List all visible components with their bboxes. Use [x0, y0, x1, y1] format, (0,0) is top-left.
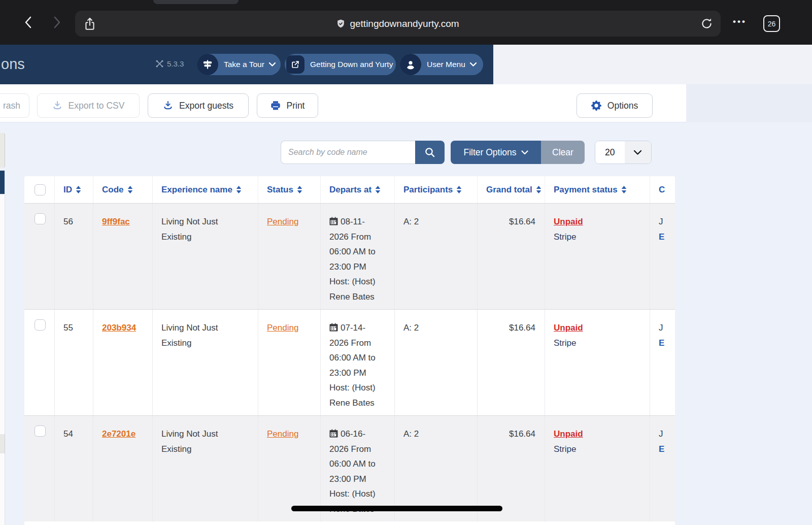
- row-checkbox[interactable]: [35, 425, 46, 437]
- sort-icon: [375, 186, 381, 193]
- url-bar[interactable]: gettingdownandyurty.com: [75, 11, 721, 37]
- payment-status-link[interactable]: Unpaid: [554, 217, 583, 226]
- payment-method: Stripe: [554, 338, 576, 348]
- clear-filters-button[interactable]: Clear: [541, 141, 585, 164]
- experience-cell: Living Not Just Existing: [152, 204, 258, 309]
- tab-count: 26: [768, 20, 776, 28]
- column-header[interactable]: Payment status: [545, 176, 650, 203]
- home-indicator[interactable]: [291, 506, 502, 511]
- options-button[interactable]: Options: [577, 93, 653, 118]
- privacy-shield-icon: [336, 19, 345, 29]
- clipped-sidebar-item-active[interactable]: [0, 171, 5, 194]
- page-title-fragment: ons: [1, 56, 25, 73]
- column-header[interactable]: Experience name: [152, 176, 258, 203]
- select-all-checkbox[interactable]: [35, 184, 46, 195]
- user-menu-label: User Menu: [421, 60, 469, 69]
- browser-chrome: gettingdownandyurty.com ••• 26: [0, 0, 812, 45]
- search-icon: [424, 147, 435, 158]
- column-header[interactable]: Code: [93, 176, 152, 203]
- printer-icon: [270, 101, 281, 111]
- browser-menu-button[interactable]: •••: [733, 17, 747, 27]
- row-checkbox[interactable]: [35, 319, 46, 331]
- search-input[interactable]: [281, 141, 415, 164]
- export-csv-button[interactable]: Export to CSV: [37, 93, 140, 118]
- user-menu-button[interactable]: User Menu: [400, 54, 483, 75]
- filter-options-button[interactable]: Filter Options: [451, 141, 541, 164]
- content-area: Filter Options Clear 20 ID Code Experien…: [0, 122, 812, 525]
- download-icon: [52, 101, 62, 111]
- table-body: 56 9ff9fac Living Not Just Existing Pend…: [24, 203, 675, 521]
- payment-method: Stripe: [554, 232, 576, 242]
- payment-status-link[interactable]: Unpaid: [554, 323, 583, 333]
- experience-cell: Living Not Just Existing: [152, 416, 258, 521]
- table-header-row: ID Code Experience name Status Departs a…: [24, 176, 675, 203]
- code-link[interactable]: 2e7201e: [102, 429, 136, 439]
- trash-label-fragment: rash: [3, 101, 20, 111]
- departs-cell: 08-11- 2026 From 06:00 AM to 23:00 PM Ho…: [320, 204, 394, 309]
- clipped-sidebar-item[interactable]: [0, 133, 5, 168]
- row-checkbox[interactable]: [35, 213, 46, 224]
- column-header[interactable]: Departs at: [320, 176, 394, 203]
- version-number: 5.3.3: [167, 59, 184, 68]
- status-cell: Pending: [258, 204, 320, 309]
- export-csv-label: Export to CSV: [69, 101, 125, 111]
- table-row: 55 203b934 Living Not Just Existing Pend…: [24, 309, 675, 415]
- status-link[interactable]: Pending: [267, 217, 298, 226]
- status-link[interactable]: Pending: [267, 429, 298, 439]
- forward-chevron-icon: [55, 17, 59, 27]
- forward-button[interactable]: [47, 12, 67, 32]
- export-guests-label: Export guests: [179, 101, 233, 111]
- print-button[interactable]: Print: [257, 93, 318, 118]
- sort-icon: [297, 186, 302, 193]
- payment-status-link[interactable]: Unpaid: [554, 429, 583, 439]
- page-size-select[interactable]: 20: [595, 141, 652, 164]
- sort-icon: [621, 186, 627, 193]
- app-header: ons 5.3.3 Take a Tour: [0, 45, 493, 84]
- site-link-button[interactable]: Getting Down and Yurty: [285, 54, 396, 75]
- tab-shape-hint: [153, 0, 239, 4]
- select-all-cell: [24, 176, 54, 203]
- share-button[interactable]: [83, 16, 96, 31]
- column-header[interactable]: C: [650, 176, 675, 203]
- code-cell: 2e7201e: [93, 416, 152, 521]
- experience-cell: Living Not Just Existing: [152, 310, 258, 415]
- filter-options-label: Filter Options: [463, 147, 516, 158]
- departs-cell: 07-14- 2026 From 06:00 AM to 23:00 PM Ho…: [320, 310, 394, 415]
- column-header[interactable]: Participants: [394, 176, 477, 203]
- code-link[interactable]: 203b934: [102, 323, 136, 333]
- sort-icon: [236, 186, 242, 193]
- payment-status-cell: Unpaid Stripe: [545, 416, 650, 521]
- toolbar-band: rash Export to CSV Export guests Print: [0, 84, 812, 122]
- clipped-cell: J E: [650, 204, 675, 309]
- table-row: 56 9ff9fac Living Not Just Existing Pend…: [24, 203, 675, 309]
- reload-button[interactable]: [700, 17, 714, 30]
- code-cell: 203b934: [93, 310, 152, 415]
- chevron-down-icon: [521, 150, 528, 155]
- status-link[interactable]: Pending: [267, 323, 298, 333]
- column-header[interactable]: ID: [54, 176, 93, 203]
- tabs-button[interactable]: 26: [763, 15, 780, 32]
- search-group: [281, 141, 445, 164]
- share-icon: [83, 16, 96, 31]
- id-cell: 56: [54, 204, 93, 309]
- print-label: Print: [287, 101, 305, 111]
- export-guests-button[interactable]: Export guests: [148, 93, 249, 118]
- column-header[interactable]: Grand total: [477, 176, 545, 203]
- column-header[interactable]: Status: [258, 176, 320, 203]
- code-link[interactable]: 9ff9fac: [102, 217, 130, 226]
- payment-status-cell: Unpaid Stripe: [545, 310, 650, 415]
- clipped-cell: J E: [650, 416, 675, 521]
- search-button[interactable]: [415, 141, 445, 164]
- take-a-tour-button[interactable]: Take a Tour: [197, 54, 281, 75]
- toolbar: rash Export to CSV Export guests Print: [0, 84, 686, 122]
- options-label: Options: [607, 101, 638, 111]
- calendar-icon: [329, 323, 338, 332]
- clipped-sidebar-item[interactable]: [0, 434, 5, 453]
- reload-icon: [700, 17, 714, 30]
- payment-method: Stripe: [554, 444, 576, 454]
- version-indicator: 5.3.3: [155, 59, 184, 68]
- url-text-group: gettingdownandyurty.com: [75, 18, 721, 29]
- back-button[interactable]: [18, 12, 39, 32]
- chevron-down-icon: [268, 62, 276, 67]
- trash-button[interactable]: rash: [0, 93, 29, 118]
